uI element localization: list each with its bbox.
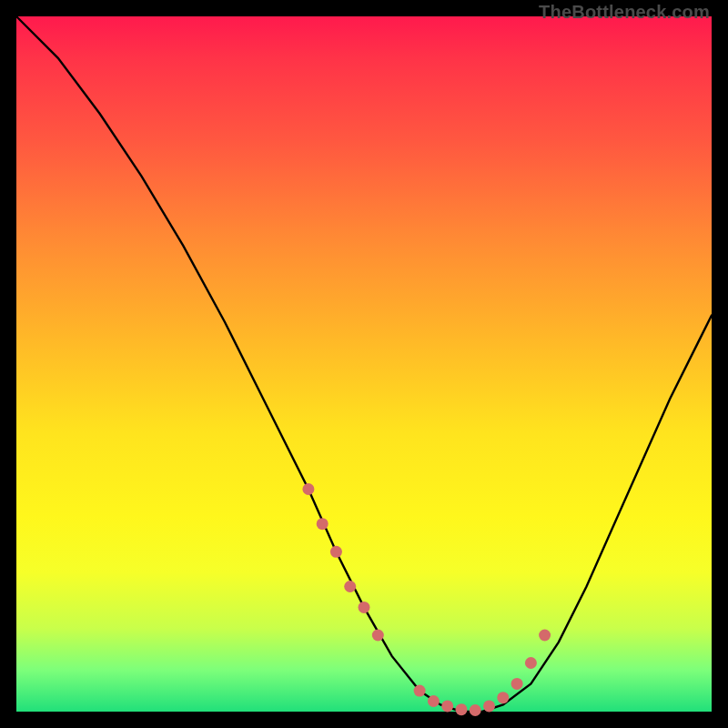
highlight-dot [414, 685, 426, 697]
highlight-dots [302, 483, 551, 716]
highlight-dot [428, 695, 440, 707]
highlight-dot [344, 581, 356, 592]
chart-stage: TheBottleneck.com [0, 0, 728, 728]
chart-svg [16, 16, 712, 712]
highlight-dot [330, 546, 342, 558]
highlight-dot [470, 704, 481, 716]
highlight-dot [497, 692, 509, 703]
highlight-dot [441, 700, 453, 712]
highlight-dot [456, 703, 468, 715]
highlight-dot [302, 483, 314, 495]
highlight-dot [372, 630, 384, 642]
highlight-dot [483, 700, 495, 712]
highlight-dot [539, 630, 551, 642]
highlight-dot [359, 602, 370, 613]
highlight-dot [525, 657, 537, 669]
watermark-text: TheBottleneck.com [539, 2, 710, 23]
highlight-dot [511, 678, 523, 690]
highlight-dot [317, 518, 329, 530]
plot-area [16, 16, 712, 712]
